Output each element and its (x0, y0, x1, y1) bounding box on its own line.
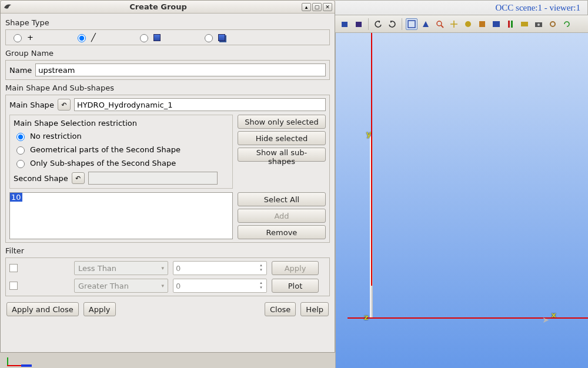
y-axis-line (371, 33, 372, 286)
shape-type-vertex[interactable]: + (11, 32, 34, 42)
svg-rect-7 (479, 21, 485, 27)
cube-dark-icon[interactable] (353, 18, 365, 30)
select-all-button[interactable]: Select All (238, 192, 326, 206)
viewer-toolbar (335, 15, 588, 33)
trihedron-icon (6, 357, 32, 367)
maximize-button[interactable]: ▢ (312, 3, 322, 11)
show-only-selected-button[interactable]: Show only selected (238, 115, 326, 129)
filter-label: Filter (5, 246, 330, 255)
zoom-icon[interactable] (434, 18, 446, 30)
shape-type-label: Shape Type (5, 18, 330, 27)
second-shape-pick-button[interactable]: ↶ (72, 172, 85, 184)
cube-blue-icon[interactable] (339, 18, 350, 30)
group-name-panel: Name (5, 60, 330, 80)
main-shape-input[interactable] (74, 98, 326, 111)
vertex-icon: + (27, 33, 34, 42)
projection-icon[interactable] (490, 18, 502, 30)
help-button[interactable]: Help (300, 302, 329, 316)
close-button[interactable]: Close (265, 302, 296, 316)
solid-icon (218, 34, 225, 41)
group-name-label: Group Name (5, 49, 330, 58)
subshape-listbox[interactable]: 10 (9, 192, 233, 239)
shape-type-face[interactable] (137, 32, 161, 42)
global-pan-icon[interactable] (462, 18, 474, 30)
filter-panel: Less Than ▾ 0 ▴▾ Apply Greater Than ▾ (5, 257, 330, 296)
dialog-title: Create Group (16, 2, 300, 11)
gear-icon[interactable] (547, 18, 559, 30)
y-axis-label: y (366, 129, 371, 138)
svg-marker-3 (423, 21, 429, 27)
face-icon (153, 34, 161, 41)
restriction-geom-parts[interactable]: Geometrical parts of the Second Shape (14, 145, 229, 155)
svg-point-6 (465, 21, 471, 27)
shape-type-solid[interactable] (202, 32, 225, 42)
filter-greater-value[interactable]: 0 ▴▾ (173, 279, 267, 293)
x-axis-label: x (552, 310, 556, 319)
main-shape-section-label: Main Shape And Sub-shapes (5, 83, 330, 92)
restriction-title: Main Shape Selection restriction (14, 119, 229, 128)
filter-greater-combo[interactable]: Greater Than ▾ (74, 279, 168, 293)
svg-rect-10 (511, 21, 513, 28)
app-icon (3, 2, 12, 12)
viewer-title: OCC scene:1 - viewer:1 (335, 0, 588, 15)
restriction-group: Main Shape Selection restriction No rest… (9, 115, 233, 189)
restriction-none[interactable]: No restriction (14, 131, 229, 141)
undo-icon[interactable] (372, 18, 384, 30)
clip-icon[interactable] (519, 18, 530, 30)
list-item[interactable]: 10 (10, 193, 22, 202)
occ-viewport[interactable]: z x y ➤ (335, 33, 588, 368)
viewer-pane: OCC scene:1 - viewer:1 z (335, 0, 588, 368)
group-name-input[interactable] (35, 63, 326, 76)
create-group-dialog: Create Group ▴ ▢ ✕ Shape Type + ╱ (0, 0, 335, 353)
refresh-icon[interactable] (561, 18, 573, 30)
origin-label: z (364, 313, 369, 322)
svg-rect-11 (521, 22, 528, 26)
svg-line-5 (441, 25, 443, 28)
main-shape-panel: Main Shape ↶ Main Shape Selection restri… (5, 95, 330, 243)
show-all-subshapes-button[interactable]: Show all sub-shapes (238, 148, 326, 162)
rollup-button[interactable]: ▴ (302, 3, 311, 11)
edge-icon: ╱ (91, 33, 96, 42)
redo-icon[interactable] (386, 18, 398, 30)
add-button[interactable]: Add (238, 209, 326, 223)
chevron-down-icon: ▾ (161, 265, 164, 271)
rotate-icon[interactable] (476, 18, 488, 30)
filter-less-value[interactable]: 0 ▴▾ (173, 261, 267, 275)
shape-type-panel: + ╱ (5, 29, 330, 45)
snapshot-icon[interactable] (533, 18, 544, 30)
chevron-down-icon: ▾ (161, 283, 164, 289)
svg-rect-1 (356, 22, 362, 27)
second-shape-label: Second Shape (14, 174, 68, 183)
x-axis-arrow-icon: ➤ (542, 315, 549, 324)
filter-less-checkbox[interactable] (9, 264, 18, 272)
svg-point-4 (437, 21, 442, 26)
fit-all-icon[interactable] (406, 18, 417, 30)
views-icon[interactable] (505, 18, 516, 30)
svg-point-13 (537, 24, 540, 26)
close-window-button[interactable]: ✕ (323, 3, 332, 11)
fit-area-icon[interactable] (420, 18, 432, 30)
restriction-sub-shapes[interactable]: Only Sub-shapes of the Second Shape (14, 158, 229, 168)
svg-point-14 (550, 22, 555, 26)
filter-less-combo[interactable]: Less Than ▾ (74, 261, 168, 275)
dialog-titlebar[interactable]: Create Group ▴ ▢ ✕ (1, 1, 335, 14)
main-shape-pick-button[interactable]: ↶ (58, 99, 71, 111)
main-shape-label: Main Shape (9, 101, 54, 109)
name-label: Name (9, 66, 32, 75)
filter-greater-checkbox[interactable] (9, 282, 18, 290)
filter-apply-button[interactable]: Apply (272, 261, 319, 275)
svg-rect-8 (493, 21, 500, 27)
shape-type-edge[interactable]: ╱ (75, 32, 96, 42)
filter-plot-button[interactable]: Plot (272, 279, 319, 293)
apply-button[interactable]: Apply (83, 302, 116, 316)
svg-rect-2 (408, 21, 415, 28)
apply-and-close-button[interactable]: Apply and Close (6, 302, 79, 316)
remove-button[interactable]: Remove (238, 225, 326, 239)
svg-rect-9 (508, 21, 510, 28)
svg-rect-0 (342, 22, 348, 27)
hide-selected-button[interactable]: Hide selected (238, 131, 326, 145)
pan-icon[interactable] (448, 18, 460, 30)
second-shape-input[interactable] (88, 172, 218, 185)
